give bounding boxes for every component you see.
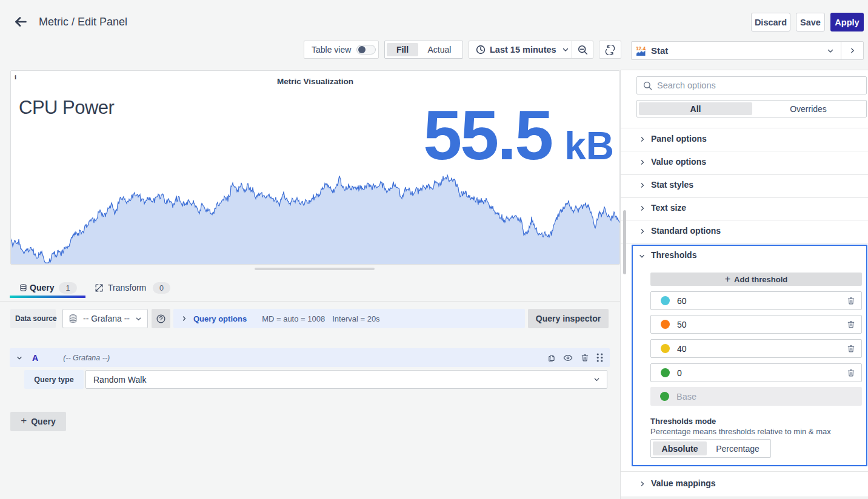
svg-text:12.4: 12.4: [636, 45, 646, 51]
